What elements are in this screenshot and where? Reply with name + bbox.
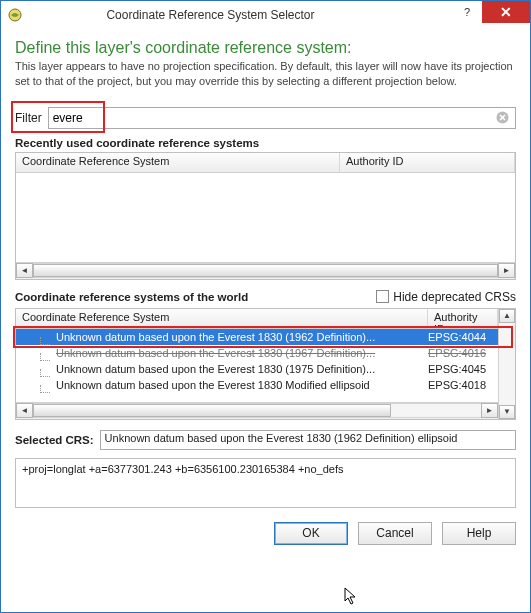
cancel-button[interactable]: Cancel bbox=[358, 522, 432, 545]
crs-name: Unknown datum based upon the Everest 183… bbox=[56, 331, 428, 343]
filter-input[interactable] bbox=[48, 107, 516, 129]
help-button[interactable]: ? bbox=[452, 1, 482, 23]
hide-deprecated-label: Hide deprecated CRSs bbox=[393, 290, 516, 304]
world-col-crs[interactable]: Coordinate Reference System bbox=[16, 309, 428, 328]
world-tbody[interactable]: Unknown datum based upon the Everest 183… bbox=[16, 329, 498, 402]
heading: Define this layer's coordinate reference… bbox=[15, 39, 516, 57]
scroll-left-icon[interactable]: ◄ bbox=[16, 263, 33, 278]
recent-label: Recently used coordinate reference syste… bbox=[15, 137, 516, 149]
recent-crs-table[interactable]: Coordinate Reference System Authority ID… bbox=[15, 152, 516, 280]
recent-hscrollbar[interactable]: ◄ ► bbox=[16, 262, 515, 279]
world-crs-table[interactable]: Coordinate Reference System Authority ID… bbox=[15, 308, 516, 420]
table-row[interactable]: Unknown datum based upon the Everest 183… bbox=[16, 345, 498, 361]
crs-auth: EPSG:4044 bbox=[428, 331, 498, 343]
crs-name: Unknown datum based upon the Everest 183… bbox=[56, 379, 428, 391]
crs-auth: EPSG:4016 bbox=[428, 347, 498, 359]
ok-button[interactable]: OK bbox=[274, 522, 348, 545]
world-vscrollbar[interactable]: ▲ ▼ bbox=[498, 309, 515, 419]
window-title: Coordinate Reference System Selector bbox=[0, 8, 452, 22]
clear-filter-icon[interactable] bbox=[496, 111, 510, 125]
table-row[interactable]: Unknown datum based upon the Everest 183… bbox=[16, 377, 498, 393]
world-col-auth[interactable]: Authority ID bbox=[428, 309, 498, 328]
proj-string-box[interactable]: +proj=longlat +a=6377301.243 +b=6356100.… bbox=[15, 458, 516, 508]
crs-auth: EPSG:4045 bbox=[428, 363, 498, 375]
scroll-left-icon[interactable]: ◄ bbox=[16, 403, 33, 418]
crs-name: Unknown datum based upon the Everest 183… bbox=[56, 363, 428, 375]
scroll-up-icon[interactable]: ▲ bbox=[499, 309, 515, 323]
recent-col-crs[interactable]: Coordinate Reference System bbox=[16, 153, 340, 172]
scroll-down-icon[interactable]: ▼ bbox=[499, 405, 515, 419]
titlebar[interactable]: Coordinate Reference System Selector ? ✕ bbox=[1, 1, 530, 29]
world-label: Coordinate reference systems of the worl… bbox=[15, 291, 376, 303]
selected-crs-field[interactable]: Unknown datum based upon the Everest 183… bbox=[100, 430, 516, 450]
filter-label: Filter bbox=[15, 111, 42, 125]
table-row[interactable]: Unknown datum based upon the Everest 183… bbox=[16, 361, 498, 377]
close-button[interactable]: ✕ bbox=[482, 1, 530, 23]
scroll-right-icon[interactable]: ► bbox=[498, 263, 515, 278]
recent-col-auth[interactable]: Authority ID bbox=[340, 153, 515, 172]
cursor-icon bbox=[344, 587, 358, 605]
crs-selector-dialog: Coordinate Reference System Selector ? ✕… bbox=[0, 0, 531, 613]
crs-auth: EPSG:4018 bbox=[428, 379, 498, 391]
hide-deprecated-checkbox[interactable] bbox=[376, 290, 389, 303]
selected-crs-label: Selected CRS: bbox=[15, 434, 94, 446]
recent-tbody[interactable] bbox=[16, 173, 515, 262]
help-button[interactable]: Help bbox=[442, 522, 516, 545]
description-text: This layer appears to have no projection… bbox=[15, 59, 516, 89]
scroll-right-icon[interactable]: ► bbox=[481, 403, 498, 418]
crs-name: Unknown datum based upon the Everest 183… bbox=[56, 347, 428, 359]
table-row[interactable]: Unknown datum based upon the Everest 183… bbox=[16, 329, 498, 345]
world-hscrollbar[interactable]: ◄ ► bbox=[16, 402, 498, 419]
